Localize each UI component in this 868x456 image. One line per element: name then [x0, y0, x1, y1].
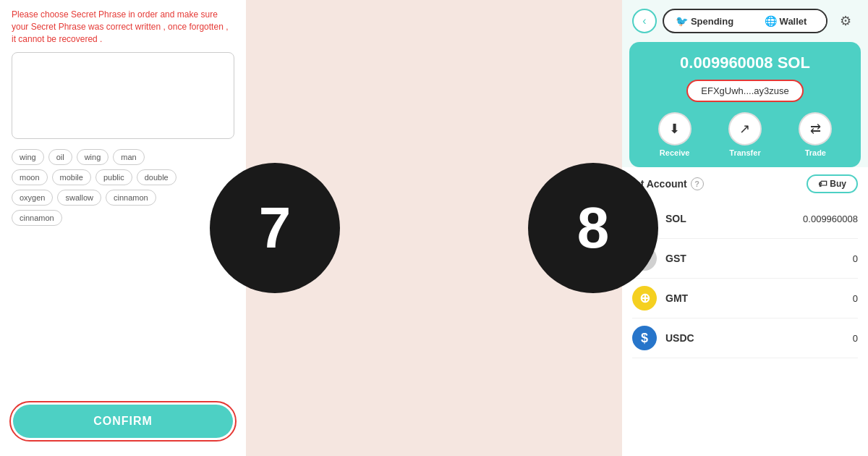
word-chip[interactable]: wing — [12, 149, 44, 165]
word-chip[interactable]: moon — [12, 169, 48, 185]
help-icon[interactable]: ? — [691, 177, 704, 190]
word-row-1: wing oil wing man — [12, 149, 234, 165]
trade-action: ⇄ Trade — [799, 112, 832, 157]
word-row-2: moon mobile public double — [12, 169, 234, 185]
asset-row-gmt[interactable]: ⊕ GMT 0 — [632, 279, 858, 318]
balance-amount: 0.009960008 SOL — [680, 54, 810, 72]
transfer-label: Transfer — [729, 148, 760, 157]
gear-icon: ⚙ — [840, 13, 851, 29]
word-grid: wing oil wing man moon mobile public dou… — [12, 149, 234, 226]
word-chip[interactable]: swallow — [57, 190, 101, 206]
word-chip[interactable]: wing — [77, 149, 109, 165]
asset-row-sol[interactable]: ◎ SOL 0.009960008 — [632, 199, 858, 239]
right-panel: ‹ 🐦 Spending 🌐 Wallet ⚙ 0.009960008 SOL … — [622, 0, 868, 456]
receive-label: Receive — [660, 148, 690, 157]
left-panel: Please choose Secret Phrase in order and… — [0, 0, 246, 456]
phrase-input-box[interactable] — [12, 52, 234, 139]
buy-button[interactable]: 🏷 Buy — [807, 174, 858, 193]
tab-group: 🐦 Spending 🌐 Wallet — [663, 9, 827, 33]
tab-wallet[interactable]: 🌐 Wallet — [745, 10, 826, 32]
middle-section: 7 8 — [246, 0, 622, 456]
asset-row-usdc[interactable]: $ USDC 0 — [632, 318, 858, 358]
receive-action: ⬇ Receive — [658, 112, 692, 157]
receive-button[interactable]: ⬇ — [658, 112, 692, 145]
asset-header: let Account ? 🏷 Buy — [632, 174, 858, 193]
gst-name: GST — [665, 253, 844, 264]
gst-balance: 0 — [853, 253, 858, 264]
confirm-button[interactable]: CONFIRM — [13, 405, 233, 438]
word-chip[interactable]: oil — [48, 149, 72, 165]
word-chip[interactable]: oxygen — [12, 190, 53, 206]
wallet-address[interactable]: EFXgUwh....ay3zuse — [686, 80, 803, 102]
word-chip[interactable]: mobile — [52, 169, 91, 185]
warning-text: Please choose Secret Phrase in order and… — [12, 9, 234, 45]
step-circle-8: 8 — [528, 163, 658, 293]
back-button[interactable]: ‹ — [632, 9, 657, 33]
transfer-action: ↗ Transfer — [728, 112, 762, 157]
tab-spending[interactable]: 🐦 Spending — [664, 10, 745, 32]
word-row-4: cinnamon — [12, 210, 234, 226]
balance-area: 0.009960008 SOL EFXgUwh....ay3zuse ⬇ Rec… — [629, 42, 861, 167]
trade-button[interactable]: ⇄ — [799, 112, 832, 145]
gmt-balance: 0 — [853, 293, 858, 304]
asset-row-gst[interactable]: ♻ GST 0 — [632, 239, 858, 279]
usdc-balance: 0 — [853, 333, 858, 344]
sol-name: SOL — [665, 213, 794, 224]
usdc-name: USDC — [665, 332, 844, 344]
usdc-icon: $ — [632, 326, 657, 350]
word-chip[interactable]: cinnamon — [12, 210, 62, 226]
transfer-button[interactable]: ↗ — [728, 112, 762, 145]
trade-label: Trade — [805, 148, 826, 157]
confirm-button-wrapper: CONFIRM — [9, 401, 237, 442]
step-circle-7: 7 — [210, 163, 340, 293]
word-chip[interactable]: man — [113, 149, 144, 165]
gmt-icon: ⊕ — [632, 286, 657, 311]
word-chip[interactable]: public — [95, 169, 132, 185]
word-row-3: oxygen swallow cinnamon — [12, 190, 234, 206]
spending-icon: 🐦 — [676, 15, 688, 27]
asset-area: let Account ? 🏷 Buy ◎ SOL 0.009960008 ♻ … — [622, 167, 868, 456]
settings-button[interactable]: ⚙ — [833, 9, 858, 33]
wallet-icon: 🌐 — [765, 15, 777, 27]
word-chip[interactable]: double — [137, 169, 176, 185]
word-chip[interactable]: cinnamon — [106, 190, 156, 206]
action-buttons: ⬇ Receive ↗ Transfer ⇄ Trade — [639, 109, 851, 157]
sol-balance: 0.009960008 — [803, 214, 858, 224]
right-header: ‹ 🐦 Spending 🌐 Wallet ⚙ — [622, 0, 868, 42]
buy-icon: 🏷 — [818, 179, 827, 189]
gmt-name: GMT — [665, 292, 844, 304]
